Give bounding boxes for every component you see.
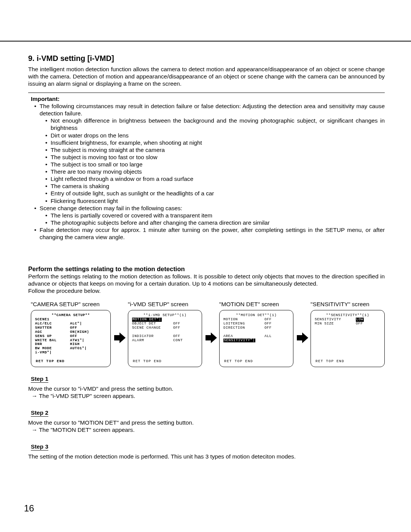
bullet-text: The following circumstances may result i… bbox=[40, 103, 385, 117]
intro-paragraph: The intelligent motion detection functio… bbox=[28, 66, 385, 87]
screen-ivmd-setup: "i-VMD SETUP" screen **i-VMD SETUP**(1) … bbox=[128, 301, 202, 367]
screen-footer: RET TOP END bbox=[315, 359, 344, 364]
sub-bullet-item: The lens is partially covered or covered… bbox=[43, 212, 385, 219]
sub-bullet-item: Entry of outside light, such as sunlight… bbox=[43, 190, 385, 197]
step-1-line2: → The "i-VMD SETUP" screen appears. bbox=[32, 392, 385, 399]
page-number: 16 bbox=[24, 503, 34, 514]
sub-bullet-item: The subject is too small or too large bbox=[43, 161, 385, 168]
sub-heading: Perform the settings relating to the mot… bbox=[28, 265, 385, 273]
sub-bullet-item: Dirt or water drops on the lens bbox=[43, 132, 385, 139]
step-2-label: Step 2 bbox=[31, 409, 48, 417]
sub-bullet-item: Not enough difference in brightness betw… bbox=[43, 117, 385, 131]
screen-footer: RET TOP END bbox=[224, 359, 253, 364]
bullet-text: Scene change detection may fail in the f… bbox=[40, 205, 182, 211]
step-1-line1: Move the cursor to "i-VMD" and press the… bbox=[28, 385, 385, 392]
sub-bullet-item: Insufficient brightness, for example, wh… bbox=[43, 139, 385, 146]
screen-label: "CAMERA SETUP" screen bbox=[31, 301, 111, 308]
step-1-label: Step 1 bbox=[31, 375, 48, 383]
sub-bullet-item: The subject is moving too fast or too sl… bbox=[43, 153, 385, 161]
screen-label: "MOTION DET" screen bbox=[219, 301, 293, 308]
screen-footer: RET TOP END bbox=[133, 359, 162, 364]
sub-bullet-item: The photographic subjects before and aft… bbox=[43, 219, 385, 226]
sub-bullet-item: Light reflected through a window or from… bbox=[43, 175, 385, 182]
arrow-right-icon bbox=[205, 331, 218, 344]
step-3-label: Step 3 bbox=[31, 443, 48, 451]
sub-paragraph-2: Follow the procedure below. bbox=[28, 287, 385, 294]
sub-bullet-item: The camera is shaking bbox=[43, 182, 385, 190]
important-label: Important: bbox=[31, 95, 385, 102]
sub-bullet-item: There are too many moving objects bbox=[43, 168, 385, 175]
bullet-item: The following circumstances may result i… bbox=[31, 102, 385, 204]
bullet-item: Scene change detection may fail in the f… bbox=[31, 204, 385, 226]
step-2-line1: Move the cursor to "MOTION DET" and pres… bbox=[28, 419, 385, 426]
arrow-right-icon bbox=[296, 331, 309, 344]
section-heading: 9. i-VMD setting [i-VMD] bbox=[28, 54, 385, 63]
screen-camera-setup: "CAMERA SETUP" screen **CAMERA SETUP** S… bbox=[31, 301, 111, 367]
step-2-line2: → The "MOTION DET" screen appears. bbox=[32, 426, 385, 433]
screen-motion-det: "MOTION DET" screen **MOTION DET**(1) MO… bbox=[219, 301, 293, 367]
sub-bullet-item: Flickering fluorescent light bbox=[43, 197, 385, 204]
arrow-right-icon bbox=[113, 331, 126, 344]
sub-bullet-item: The subject is moving straight at the ca… bbox=[43, 146, 385, 153]
sub-paragraph: Perform the settings relating to the mot… bbox=[28, 273, 385, 287]
screen-footer: RET TOP END bbox=[36, 359, 65, 364]
screen-sensitivity: "SENSITIVITY" screen **SENSITIVITY**(1) … bbox=[311, 301, 385, 367]
step-3-line1: The setting of the motion detection mode… bbox=[28, 453, 385, 460]
screen-label: "SENSITIVITY" screen bbox=[311, 301, 385, 308]
screen-label: "i-VMD SETUP" screen bbox=[128, 301, 202, 308]
bullet-item: False detection may occur for approx. 1 … bbox=[31, 226, 385, 241]
